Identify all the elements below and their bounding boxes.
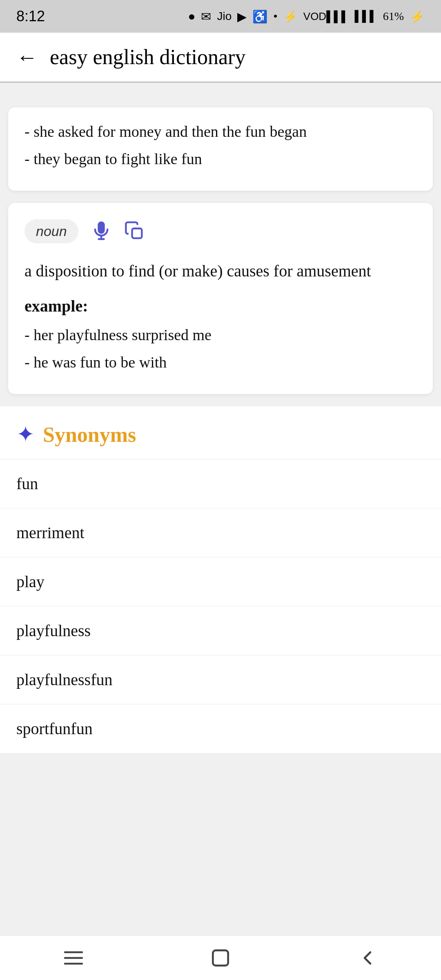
signal-icon: VOD▌▌▌ bbox=[303, 10, 349, 23]
prev-example-1: - she asked for money and then the fun b… bbox=[24, 120, 416, 144]
message-icon: ✉ bbox=[201, 9, 211, 24]
synonym-item[interactable]: merriment bbox=[0, 508, 441, 557]
synonyms-title: Synonyms bbox=[43, 423, 136, 447]
synonym-item[interactable]: sportfunfun bbox=[0, 704, 441, 753]
synonym-item[interactable]: playfulness bbox=[0, 606, 441, 655]
current-example-2: - he was fun to be with bbox=[24, 350, 416, 374]
synonyms-header: ✦ Synonyms bbox=[0, 406, 441, 459]
nav-menu-button[interactable] bbox=[57, 942, 90, 974]
svg-rect-6 bbox=[213, 950, 228, 965]
current-definition-card: noun a disposition to find (or make) cau… bbox=[8, 203, 433, 394]
back-button[interactable]: ← bbox=[16, 45, 38, 69]
app-title: easy english dictionary bbox=[50, 45, 245, 69]
example-label: example: bbox=[24, 296, 416, 316]
status-bar: 8:12 ● ✉ Jio ▶ ♿ • ⚡ VOD▌▌▌ ▌▌▌ 61% ⚡ bbox=[0, 0, 441, 33]
synonym-item[interactable]: fun bbox=[0, 459, 441, 508]
content-area: - she asked for money and then the fun b… bbox=[0, 83, 441, 798]
svg-rect-2 bbox=[132, 229, 142, 238]
part-of-speech-badge: noun bbox=[24, 219, 78, 243]
app-header: ← easy english dictionary bbox=[0, 33, 441, 82]
bluetooth-icon: ⚡ bbox=[283, 10, 298, 23]
battery-icon: 61% bbox=[383, 10, 404, 23]
synonym-item[interactable]: playfulnessfun bbox=[0, 655, 441, 704]
dot-icon: • bbox=[273, 9, 278, 23]
whatsapp-icon: ● bbox=[188, 9, 195, 23]
previous-definition-card: - she asked for money and then the fun b… bbox=[8, 107, 433, 191]
mic-button[interactable] bbox=[91, 220, 112, 242]
bottom-navigation bbox=[0, 935, 441, 980]
synonym-item[interactable]: play bbox=[0, 557, 441, 606]
accessibility-icon: ♿ bbox=[252, 9, 267, 24]
pos-row: noun bbox=[24, 219, 416, 243]
charging-icon: ⚡ bbox=[410, 9, 425, 24]
prev-example-2: - they began to fight like fun bbox=[24, 147, 416, 171]
copy-button[interactable] bbox=[124, 220, 145, 242]
synonyms-section: ✦ Synonyms fun merriment play playfulnes… bbox=[0, 406, 441, 753]
sparkle-icon: ✦ bbox=[16, 423, 35, 445]
top-gap bbox=[0, 83, 441, 107]
play-icon: ▶ bbox=[237, 9, 247, 24]
jio-icon: Jio bbox=[217, 10, 232, 23]
nav-home-button[interactable] bbox=[204, 942, 237, 974]
bottom-spacer bbox=[0, 753, 441, 798]
status-time: 8:12 bbox=[16, 8, 45, 25]
current-example-1: - her playfulness surprised me bbox=[24, 323, 416, 347]
status-icons: ● ✉ Jio ▶ ♿ • ⚡ VOD▌▌▌ ▌▌▌ 61% ⚡ bbox=[188, 9, 425, 24]
nav-back-button[interactable] bbox=[351, 942, 384, 974]
definition-text: a disposition to find (or make) causes f… bbox=[24, 258, 416, 284]
signal-bars-icon: ▌▌▌ bbox=[354, 10, 377, 22]
